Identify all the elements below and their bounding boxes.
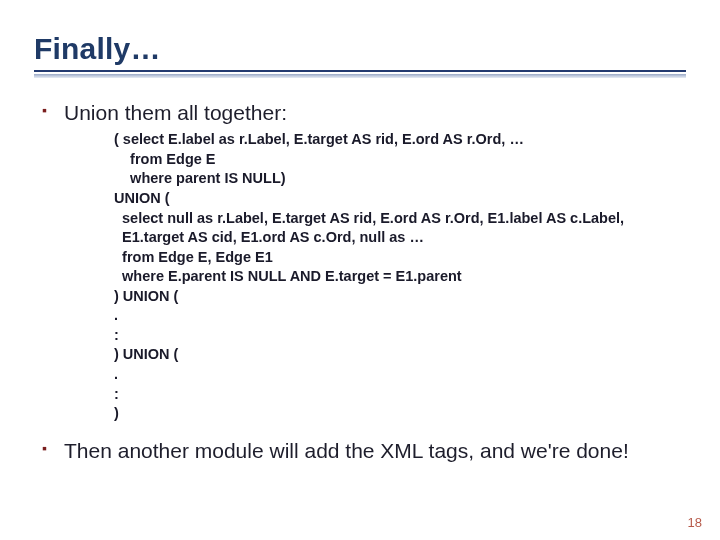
bullet-list: Union them all together: ( select E.labe… (34, 100, 686, 464)
bullet-item: Union them all together: ( select E.labe… (42, 100, 686, 424)
slide-title: Finally… (34, 32, 686, 66)
bullet-item: Then another module will add the XML tag… (42, 438, 686, 464)
page-number: 18 (688, 515, 702, 530)
bullet-text: Then another module will add the XML tag… (64, 439, 629, 462)
bullet-text: Union them all together: (64, 101, 287, 124)
code-block: ( select E.label as r.Label, E.target AS… (114, 130, 686, 423)
title-underline (34, 70, 686, 78)
